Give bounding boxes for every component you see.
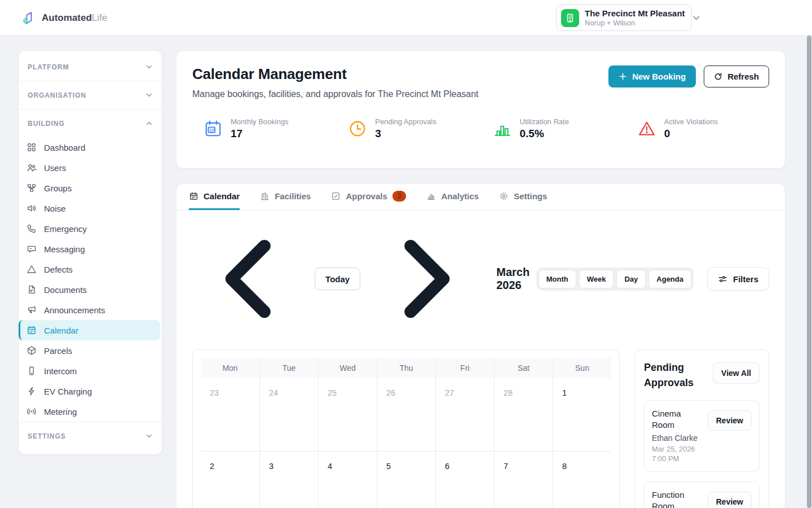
stat-label: Utilization Rate <box>520 117 569 126</box>
day-cell[interactable]: 6 <box>435 452 494 508</box>
header-actions: New Booking Refresh <box>608 65 769 87</box>
facilities-icon <box>260 191 270 201</box>
sidebar-item-dashboard[interactable]: Dashboard <box>19 137 162 157</box>
chevron-up-icon <box>145 120 153 127</box>
plus-icon <box>619 72 627 81</box>
day-cell[interactable]: 8 <box>553 452 611 508</box>
tab-label: Analytics <box>441 191 479 201</box>
stat-value: 0 <box>664 128 718 140</box>
next-month-button[interactable] <box>363 221 483 337</box>
day-cell[interactable]: 26 <box>377 378 435 451</box>
day-of-week-label: Thu <box>377 358 435 378</box>
chevron-left-icon <box>197 224 307 334</box>
view-button-day[interactable]: Day <box>616 270 646 288</box>
sidebar-item-parcels[interactable]: Parcels <box>19 340 162 361</box>
day-cell[interactable]: 4 <box>318 452 377 508</box>
sidebar-section-organisation[interactable]: ORGANISATION <box>19 81 162 109</box>
prev-month-button[interactable] <box>192 221 312 337</box>
logo-text: AutomatedLife <box>42 12 107 24</box>
filters-button[interactable]: Filters <box>707 267 769 291</box>
tab-approvals[interactable]: Approvals 3 <box>331 184 406 210</box>
nav-item-label: Emergency <box>44 224 87 234</box>
tab-bar: Calendar Facilities Approvals 3 Analytic… <box>176 184 785 211</box>
stats-row: 12 Monthly Bookings 17 Pending Approvals… <box>192 117 769 140</box>
new-booking-button[interactable]: New Booking <box>608 65 696 87</box>
stat-pending-approvals: Pending Approvals 3 <box>336 117 480 140</box>
tab-calendar[interactable]: Calendar <box>189 184 240 210</box>
view-all-button[interactable]: View All <box>713 362 760 384</box>
view-button-month[interactable]: Month <box>539 270 576 288</box>
nav-item-label: Announcements <box>44 305 105 315</box>
view-button-week[interactable]: Week <box>579 270 614 288</box>
logo-icon <box>20 10 37 27</box>
tab-analytics[interactable]: Analytics <box>426 184 479 210</box>
sidebar-item-announcements[interactable]: Announcements <box>19 300 162 320</box>
building-selector[interactable]: The Precinct Mt Pleasant Norup + Wilson <box>556 5 692 31</box>
view-button-agenda[interactable]: Agenda <box>648 270 691 288</box>
sidebar-item-groups[interactable]: Groups <box>19 178 162 198</box>
review-button[interactable]: Review <box>708 492 752 508</box>
tab-facilities[interactable]: Facilities <box>260 184 311 210</box>
day-cell[interactable]: 7 <box>494 452 553 508</box>
day-cell[interactable]: 1 <box>553 378 611 451</box>
calendar-icon <box>189 191 198 201</box>
dashboard-icon <box>27 142 37 152</box>
chevron-down-icon <box>145 63 153 71</box>
top-bar: AutomatedLife The Precinct Mt Pleasant N… <box>0 0 812 36</box>
day-of-week-label: Sun <box>553 358 611 378</box>
ev-charging-icon <box>27 386 37 396</box>
sidebar-item-noise[interactable]: Noise <box>19 198 162 218</box>
sidebar-item-calendar[interactable]: Calendar <box>19 320 160 340</box>
refresh-button[interactable]: Refresh <box>704 65 769 87</box>
stat-utilization-rate: Utilization Rate 0.5% <box>480 117 625 140</box>
pending-approvals-title: Pending Approvals <box>644 360 697 391</box>
day-of-week-label: Mon <box>201 358 259 378</box>
day-cell[interactable]: 5 <box>377 452 435 508</box>
sidebar-section-settings[interactable]: SETTINGS <box>19 422 162 450</box>
sidebar-item-emergency[interactable]: Emergency <box>19 218 162 239</box>
sidebar-item-users[interactable]: Users <box>19 157 162 178</box>
intercom-icon <box>27 366 37 376</box>
day-cell[interactable]: 24 <box>259 378 318 451</box>
calendar-week-row: 2345678 <box>201 451 611 508</box>
sidebar-nav-list: Dashboard Users Groups Noise Emergency M… <box>19 137 162 422</box>
sidebar-item-ev-charging[interactable]: EV Charging <box>19 381 162 401</box>
section-label: PLATFORM <box>28 63 69 71</box>
groups-icon <box>27 183 37 193</box>
page-header-card: Calendar Management Manage bookings, fac… <box>176 50 785 169</box>
tab-settings[interactable]: Settings <box>499 184 547 210</box>
review-button[interactable]: Review <box>708 410 752 431</box>
sidebar-section-platform[interactable]: PLATFORM <box>19 53 162 81</box>
day-cell[interactable]: 23 <box>201 378 259 451</box>
day-cell[interactable]: 3 <box>259 452 318 508</box>
stat-value: 3 <box>375 128 436 140</box>
sidebar-item-defects[interactable]: Defects <box>19 259 162 279</box>
stat-label: Monthly Bookings <box>231 117 289 126</box>
scrollbar-thumb[interactable] <box>807 36 811 508</box>
sidebar-item-intercom[interactable]: Intercom <box>19 361 162 381</box>
stat-monthly-bookings: 12 Monthly Bookings 17 <box>192 117 336 140</box>
approval-card-list: Cinema Room Review Ethan Clarke Mar 25, … <box>644 400 760 508</box>
page-subtitle: Manage bookings, facilities, and approva… <box>192 89 769 99</box>
sidebar-item-metering[interactable]: Metering <box>19 401 162 422</box>
approval-date: Mar 25, 2026 <box>652 445 752 453</box>
day-cell[interactable]: 27 <box>435 378 494 451</box>
users-icon <box>27 163 37 173</box>
stat-label: Active Violations <box>664 117 718 126</box>
sidebar-item-documents[interactable]: Documents <box>19 279 162 300</box>
sidebar-section-building[interactable]: BUILDING <box>19 110 162 137</box>
nav-item-label: Groups <box>44 183 72 193</box>
day-cell[interactable]: 2 <box>201 452 259 508</box>
chart-icon <box>493 119 512 138</box>
metering-icon <box>27 406 37 417</box>
chevron-down-icon <box>145 91 153 99</box>
analytics-icon <box>426 191 436 201</box>
today-button[interactable]: Today <box>315 268 360 290</box>
sidebar-item-messaging[interactable]: Messaging <box>19 239 162 259</box>
day-cell[interactable]: 28 <box>494 378 553 451</box>
day-of-week-label: Wed <box>318 358 377 378</box>
day-cell[interactable]: 25 <box>318 378 377 451</box>
view-switcher: MonthWeekDayAgenda <box>536 268 694 291</box>
section-label: ORGANISATION <box>28 91 86 99</box>
nav-item-label: Users <box>44 163 66 173</box>
